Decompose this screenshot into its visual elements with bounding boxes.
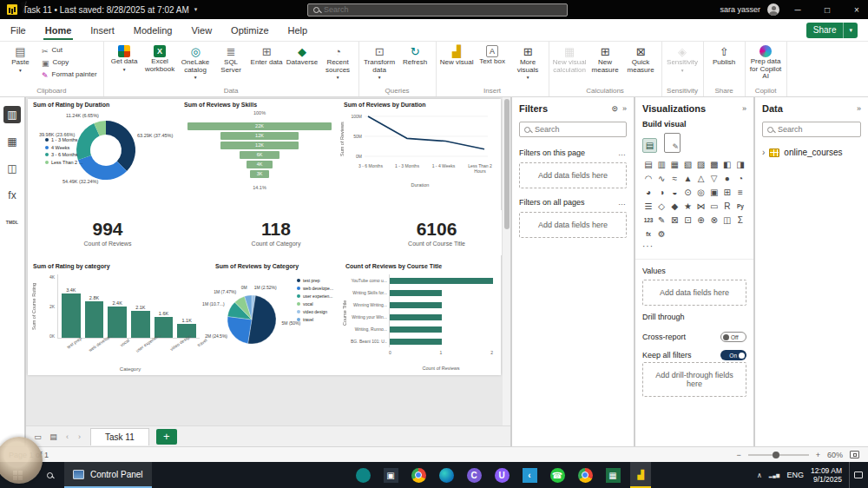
donut-slice-1-3-months[interactable] <box>106 121 135 171</box>
viz-type-icon-31[interactable]: Py <box>734 200 746 212</box>
more-visuals-icon[interactable]: ··· <box>642 241 746 251</box>
ribbon-button-quick-measure[interactable]: ⊠Quick measure <box>623 43 659 74</box>
ribbon-button-get-data[interactable]: Get data▾ <box>107 43 142 72</box>
photos-app-icon[interactable]: ▣ <box>380 462 401 488</box>
viz-type-icon-40[interactable]: fx <box>642 228 654 240</box>
viz-type-icon-14[interactable]: ● <box>721 172 733 184</box>
ribbon-button-publish[interactable]: ⇧Publish <box>707 43 742 67</box>
viz-type-icon-37[interactable]: ⊗ <box>708 214 720 226</box>
viz-type-icon-20[interactable]: ◎ <box>695 186 707 198</box>
viz-type-icon-18[interactable]: ◒ <box>668 186 681 198</box>
filters-search-box[interactable] <box>519 122 627 137</box>
maximize-button[interactable]: □ <box>816 0 838 19</box>
ribbon-button-onelake-catalog[interactable]: ◎OneLake catalog▾ <box>178 43 214 80</box>
viz-type-icon-8[interactable]: ◠ <box>642 172 654 184</box>
title-caret-icon[interactable]: ▾ <box>194 6 198 13</box>
network-icon[interactable]: ▂▄▆ <box>769 472 780 478</box>
meet-app-icon[interactable] <box>352 462 373 488</box>
filters-page-dropzone[interactable]: Add data fields here <box>519 162 627 188</box>
edge-icon[interactable] <box>436 462 457 488</box>
drill-through-dropzone[interactable]: Add drill-through fields here <box>642 362 746 397</box>
clock[interactable]: 12:09 AM 9/1/2025 <box>811 466 842 484</box>
viz-type-icon-26[interactable]: ◆ <box>668 200 681 212</box>
u-app-icon[interactable]: U <box>491 462 512 488</box>
viz-type-icon-6[interactable]: ◧ <box>721 158 733 170</box>
page-tab-task11[interactable]: Task 11 <box>90 428 149 445</box>
ribbon-button-format-painter[interactable]: ✎Format painter <box>40 69 99 81</box>
visual-line-chart[interactable]: Sum of Reviews by Duration Sum of Review… <box>340 99 500 198</box>
viz-type-icon-5[interactable]: ▩ <box>708 158 720 170</box>
menu-home[interactable]: Home <box>45 19 72 41</box>
user-name[interactable]: sara yasser <box>720 5 760 14</box>
vscode-icon[interactable]: ‹ <box>519 462 540 488</box>
card-count-of-category[interactable]: 118 Count of Category <box>215 210 337 255</box>
report-canvas[interactable]: Sum of Rating by Duration 63.29K (37.45%… <box>26 97 510 425</box>
zoom-level[interactable]: 60% <box>827 451 843 459</box>
viz-type-icon-25[interactable]: ◇ <box>655 200 667 212</box>
viz-type-icon-23[interactable]: ≡ <box>734 186 746 198</box>
collapse-data-icon[interactable]: » <box>857 104 861 113</box>
viz-type-icon-32[interactable]: 123 <box>642 214 654 226</box>
model-view[interactable]: ◫ <box>3 160 21 177</box>
funnel-bar-5[interactable]: 3K <box>250 170 270 178</box>
zoom-slider-thumb[interactable] <box>773 452 779 458</box>
data-search-input[interactable] <box>778 125 856 134</box>
menu-modeling[interactable]: Modeling <box>134 19 173 41</box>
ribbon-button-new-visual-calculation[interactable]: ▦New visual calculation <box>552 43 588 74</box>
filters-search-input[interactable] <box>535 125 621 134</box>
visual-donut[interactable]: Sum of Rating by Duration 63.29K (37.45%… <box>30 99 179 193</box>
scrollbar-thumb[interactable] <box>504 99 510 229</box>
collapse-visualizations-icon[interactable]: » <box>742 104 746 113</box>
browser-app-icon[interactable] <box>575 462 595 488</box>
viz-type-icon-4[interactable]: ▨ <box>695 158 707 170</box>
viz-type-icon-3[interactable]: ▧ <box>681 158 694 170</box>
bar-video-design[interactable]: 1.6K <box>155 274 174 338</box>
values-dropzone[interactable]: Add data fields here <box>642 280 746 306</box>
viz-type-icon-2[interactable]: ▦ <box>668 158 681 170</box>
menu-help[interactable]: Help <box>288 19 308 41</box>
viz-type-icon-39[interactable]: Σ <box>734 214 746 226</box>
ribbon-button-more-visuals[interactable]: ⊞More visuals▾ <box>510 43 546 80</box>
table-online-courses[interactable]: › online_courses <box>762 148 861 157</box>
viz-type-icon-21[interactable]: ▣ <box>708 186 720 198</box>
viz-type-icon-30[interactable]: R <box>721 200 733 212</box>
funnel-bar-3[interactable]: 6K <box>240 151 279 159</box>
global-search-input[interactable] <box>324 5 562 14</box>
next-page-arrow[interactable]: › <box>75 430 84 444</box>
keep-filters-toggle[interactable]: On <box>720 350 746 360</box>
filters-all-pages-dropzone[interactable]: Add data fields here <box>519 212 627 238</box>
dax-query-view[interactable]: fx <box>3 187 21 204</box>
viz-type-icon-35[interactable]: ⊡ <box>681 214 694 226</box>
viz-type-icon-10[interactable]: ≈ <box>668 172 681 184</box>
hidden-icons-chevron[interactable]: ∧ <box>757 472 762 479</box>
table-view[interactable]: ▦ <box>3 133 21 150</box>
excel-app-icon[interactable]: ▦ <box>602 462 623 488</box>
funnel-bar-2[interactable]: 12K <box>220 142 299 149</box>
ribbon-button-refresh[interactable]: ↻Refresh <box>398 43 433 67</box>
viz-type-icon-9[interactable]: ∿ <box>655 172 667 184</box>
ribbon-button-cut[interactable]: ✂Cut <box>40 45 99 56</box>
ribbon-button-text-box[interactable]: AText box <box>475 43 510 66</box>
fit-to-page-icon[interactable] <box>850 451 859 458</box>
ribbon-button-copy[interactable]: ▣Copy <box>40 57 99 69</box>
ribbon-button-enter-data[interactable]: ⊞Enter data <box>249 43 285 67</box>
hbar-writing-your-win[interactable] <box>390 314 493 320</box>
viz-type-icon-19[interactable]: ⊙ <box>681 186 694 198</box>
viz-type-icon-34[interactable]: ⊠ <box>668 214 681 226</box>
viz-type-icon-27[interactable]: ★ <box>681 200 694 212</box>
whatsapp-icon[interactable]: ☎ <box>547 462 568 488</box>
minimize-button[interactable]: ─ <box>786 0 809 19</box>
hbar-youtube-como-u[interactable] <box>390 278 493 284</box>
zoom-in-button[interactable]: + <box>816 451 820 459</box>
viz-type-icon-0[interactable]: ▤ <box>642 158 654 170</box>
share-caret-icon[interactable]: ▾ <box>843 23 858 38</box>
share-button[interactable]: Share ▾ <box>806 23 858 38</box>
ribbon-button-transform-data[interactable]: ⊡Transform data▾ <box>362 43 398 80</box>
viz-type-icon-24[interactable]: ☰ <box>642 200 654 212</box>
ribbon-button-sensitivity[interactable]: ◈Sensitivity▾ <box>665 43 700 73</box>
bar-test-prep[interactable]: 3.4K <box>62 274 81 338</box>
tmdl-view[interactable]: TMDL <box>3 214 21 231</box>
ribbon-button-dataverse[interactable]: ◆Dataverse <box>285 43 320 67</box>
close-button[interactable]: × <box>845 0 868 19</box>
ribbon-button-paste[interactable]: ▤Paste▾ <box>3 43 38 73</box>
